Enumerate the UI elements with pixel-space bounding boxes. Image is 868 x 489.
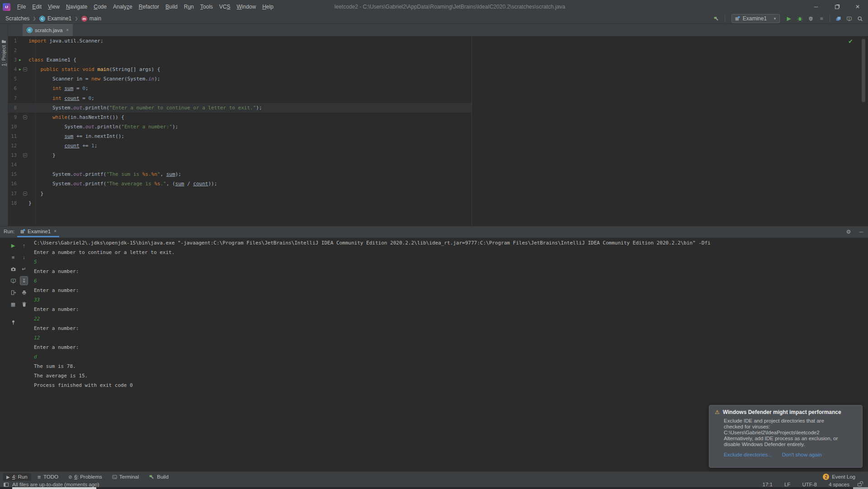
menu-run[interactable]: Run bbox=[181, 2, 197, 11]
menu-build[interactable]: Build bbox=[162, 2, 181, 11]
window-controls: ─ ✕ bbox=[806, 0, 868, 14]
menu-view[interactable]: View bbox=[45, 2, 63, 11]
search-everywhere-button[interactable] bbox=[854, 14, 865, 23]
down-the-stack-trace-icon[interactable]: ↓ bbox=[20, 251, 28, 263]
fold-marker-icon[interactable]: − bbox=[23, 115, 27, 119]
detach-icon[interactable] bbox=[9, 287, 17, 298]
notification-link-exclude-directories---[interactable]: Exclude directories... bbox=[724, 452, 772, 457]
breadcrumb-main[interactable]: mmain bbox=[80, 15, 102, 22]
gutter-marks: − bbox=[17, 189, 28, 198]
tab-scratch-java[interactable]: C scratch.java × bbox=[23, 24, 73, 36]
run-line-icon[interactable]: ▶ bbox=[19, 55, 21, 65]
run-label: Run: bbox=[4, 229, 14, 234]
run-tab-examine1[interactable]: Examine1 × bbox=[17, 226, 59, 237]
stop-button[interactable]: ■ bbox=[816, 14, 827, 23]
breadcrumb-scratches[interactable]: Scratches bbox=[5, 15, 30, 22]
console-line-stdout: Enter a number: bbox=[34, 305, 868, 314]
fold-marker-icon[interactable]: − bbox=[23, 192, 27, 196]
run-button[interactable]: ▶ bbox=[783, 14, 794, 23]
menu-edit[interactable]: Edit bbox=[29, 2, 45, 11]
code-line-10: 10 System.out.println("Enter a number:")… bbox=[8, 122, 868, 132]
gutter-marks bbox=[17, 179, 28, 188]
menu-refactor[interactable]: Refactor bbox=[136, 2, 162, 11]
hide-button[interactable]: ─ bbox=[857, 228, 865, 235]
run-with-coverage-button[interactable] bbox=[805, 14, 816, 23]
build-project-button[interactable] bbox=[711, 14, 722, 23]
indent-widget[interactable]: 4 spaces bbox=[829, 482, 849, 487]
close-button[interactable]: ✕ bbox=[847, 0, 868, 14]
hammer-icon bbox=[149, 474, 155, 480]
fold-marker-icon[interactable]: − bbox=[23, 153, 27, 157]
code-text: } bbox=[28, 198, 32, 208]
code-text: while(in.hasNextInt()) { bbox=[28, 113, 124, 122]
line-number: 18 bbox=[8, 198, 17, 208]
menu-navigate[interactable]: Navigate bbox=[63, 2, 90, 11]
breadcrumb-label: Scratches bbox=[5, 15, 29, 22]
menu-tools[interactable]: Tools bbox=[197, 2, 216, 11]
menu-help[interactable]: Help bbox=[259, 2, 277, 11]
up-the-stack-trace-icon[interactable]: ↑ bbox=[20, 240, 28, 251]
main-toolbar: Examine1▼▶■ bbox=[711, 14, 865, 23]
code-editor[interactable]: 1import java.util.Scanner;23▶class Exami… bbox=[8, 36, 868, 226]
line-number: 6 bbox=[8, 84, 17, 93]
event-log-widget[interactable]: 2 Event Log bbox=[823, 474, 855, 480]
code-text: System.out.println("Enter a number:"); bbox=[28, 122, 178, 132]
notification-title: Windows Defender might impact performanc… bbox=[723, 409, 841, 415]
monitor-run-button[interactable] bbox=[844, 14, 854, 23]
code-text: Scanner in = new Scanner(System.in); bbox=[28, 74, 160, 84]
run-configuration-select[interactable]: Examine1▼ bbox=[731, 14, 780, 23]
fold-marker-icon[interactable]: − bbox=[23, 67, 27, 71]
settings-button[interactable]: ⚙ bbox=[844, 228, 853, 235]
stripe----project[interactable]: 1: Project bbox=[1, 45, 6, 66]
unlock-icon[interactable] bbox=[858, 483, 862, 486]
toolwindow-button-todo[interactable]: ≣TODO bbox=[34, 473, 62, 481]
rerun-icon[interactable]: ▶ bbox=[9, 240, 17, 251]
minimize-button[interactable]: ─ bbox=[806, 0, 826, 14]
line-number: 13 bbox=[8, 150, 17, 160]
use-soft-wraps-icon[interactable]: ↵ bbox=[20, 263, 28, 275]
console-line-stdout: Enter a number: bbox=[34, 324, 868, 333]
clear-all-icon[interactable] bbox=[20, 298, 28, 310]
restore-layout-icon[interactable]: ▦ bbox=[9, 298, 17, 310]
toolwindow-button----run[interactable]: ▶4: Run bbox=[3, 473, 31, 481]
breadcrumb-examine1[interactable]: CExamine1 bbox=[38, 15, 72, 22]
line-separator-widget[interactable]: LF bbox=[784, 482, 790, 487]
dump-threads-icon[interactable] bbox=[9, 263, 17, 275]
method-icon: m bbox=[81, 16, 87, 22]
gutter-marks bbox=[17, 132, 28, 141]
close-run-tab-icon[interactable]: × bbox=[54, 229, 57, 234]
notification-body-line: Alternatively, add IDE process as an exc… bbox=[724, 436, 857, 442]
menu-analyze[interactable]: Analyze bbox=[110, 2, 136, 11]
notification-link-don-t-show-again[interactable]: Don't show again bbox=[782, 452, 822, 457]
encoding-widget[interactable]: UTF-8 bbox=[802, 482, 817, 487]
attach-console-icon[interactable] bbox=[9, 275, 17, 287]
code-text: int count = 0; bbox=[28, 94, 94, 103]
close-tab-icon[interactable]: × bbox=[66, 28, 69, 33]
toolwindow-button-build[interactable]: Build bbox=[145, 473, 172, 481]
console-line-stdout: The average is 15. bbox=[34, 371, 868, 381]
menu-code[interactable]: Code bbox=[90, 2, 110, 11]
menu-window[interactable]: Window bbox=[233, 2, 259, 11]
scroll-to-end-icon[interactable]: ↧ bbox=[20, 276, 28, 285]
gutter-marks bbox=[17, 103, 28, 113]
toolwindow-button-terminal[interactable]: Terminal bbox=[108, 473, 142, 481]
inspections-ok-icon[interactable]: ✔ bbox=[848, 38, 853, 45]
maximize-button[interactable] bbox=[826, 0, 847, 14]
notification-body-line: Exclude IDE and project directories that… bbox=[724, 418, 857, 424]
pin-tab-icon[interactable] bbox=[9, 316, 17, 328]
stacked-windows-button[interactable] bbox=[833, 14, 844, 23]
line-number: 1 bbox=[8, 36, 17, 46]
stop-icon[interactable]: ■ bbox=[9, 251, 17, 263]
editor-vertical-scrollbar[interactable] bbox=[862, 39, 865, 102]
run-line-icon[interactable]: ▶ bbox=[19, 65, 21, 74]
debug-button[interactable] bbox=[794, 14, 805, 23]
toolwindow-button----problems[interactable]: ⊘6: Problems bbox=[65, 473, 106, 481]
menu-file[interactable]: File bbox=[14, 2, 29, 11]
chevron-right-icon: ❯ bbox=[30, 16, 38, 21]
menu-vcs[interactable]: VCS bbox=[216, 2, 234, 11]
print-icon[interactable] bbox=[20, 287, 28, 298]
line-number: 8 bbox=[8, 103, 17, 113]
code-line-3: 3▶class Examine1 { bbox=[8, 55, 868, 65]
caret-position-widget[interactable]: 17:1 bbox=[763, 482, 773, 487]
tool-window-toggle-icon[interactable] bbox=[4, 483, 9, 487]
